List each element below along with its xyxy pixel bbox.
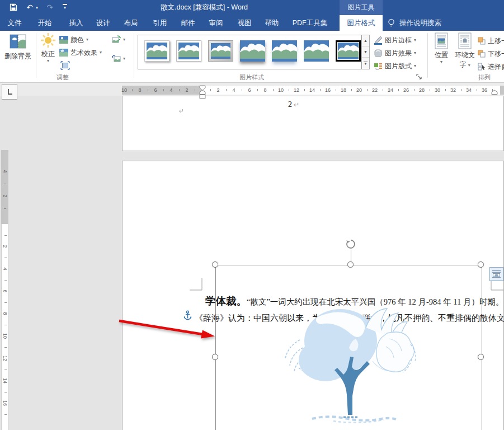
- tab-review[interactable]: 审阅: [206, 15, 226, 31]
- ruler-tick: [257, 89, 258, 91]
- landscape-thumbnail: [338, 43, 359, 59]
- undo-icon[interactable]: ↶: [25, 0, 35, 15]
- tab-mailings[interactable]: 邮件: [178, 15, 198, 31]
- ribbon-tab-bar: 操作说明搜索 文件开始插入设计布局引用邮件审阅视图帮助PDF工具集图片格式: [0, 15, 504, 31]
- ruler-number: 4: [169, 87, 172, 93]
- landscape-thumbnail: [147, 43, 167, 59]
- landscape-thumbnail: [178, 43, 199, 59]
- gallery-more-icon[interactable]: ▼: [362, 58, 369, 69]
- tab-picture-format[interactable]: 图片格式: [340, 15, 383, 31]
- picture-style-black-frame[interactable]: [336, 40, 361, 62]
- picture-layout-label: 图片版式: [385, 62, 412, 71]
- tab-references[interactable]: 引用: [150, 15, 170, 31]
- compress-pictures-button[interactable]: [60, 60, 70, 71]
- selection-pane-button[interactable]: 选择窗格: [478, 62, 504, 72]
- arrange-group-label: 排列: [459, 73, 504, 81]
- picture-style-white-frame[interactable]: [176, 40, 201, 62]
- ruler-tick: [4, 302, 7, 303]
- ruler-number: 8: [263, 87, 266, 93]
- change-picture-button[interactable]: ▾: [112, 35, 125, 45]
- picture-border-label: 图片边框: [385, 36, 412, 45]
- ruler-number: 4: [2, 170, 8, 172]
- page-previous: 2 ↵ ↵: [122, 96, 504, 151]
- tab-stop-selector[interactable]: [2, 84, 17, 100]
- gallery-scroll-down-icon[interactable]: ▼: [362, 46, 369, 58]
- picture-effects-button[interactable]: 图片效果 ▾: [374, 48, 416, 58]
- ruler-tick: [132, 89, 133, 91]
- compress-pictures-icon: [60, 61, 70, 70]
- ruler-number: 6: [248, 87, 251, 93]
- picture-effects-icon: [374, 49, 383, 58]
- picture-border-button[interactable]: 图片边框 ▾: [374, 35, 416, 45]
- picture-styles-group-label: 图片样式: [185, 73, 319, 81]
- ruler-tick: [210, 89, 211, 91]
- picture-styles-dialog-launcher-icon[interactable]: [416, 73, 424, 81]
- ruler-tick: [336, 89, 336, 91]
- tell-me-label: 操作说明搜索: [399, 15, 441, 31]
- tab-home[interactable]: 开始: [35, 15, 55, 31]
- artistic-effects-button[interactable]: 艺术效果 ▾: [59, 48, 102, 58]
- tab-help[interactable]: 帮助: [262, 15, 282, 31]
- selection-handle-top-center[interactable]: [347, 261, 354, 268]
- ruler-tick: [414, 89, 414, 91]
- picture-selection-border[interactable]: [215, 265, 482, 430]
- ruler-number: 10: [2, 333, 8, 339]
- wrap-text-button[interactable]: 环绕文 字 ▾: [453, 32, 477, 69]
- bring-forward-button[interactable]: 上移一层: [478, 36, 504, 46]
- vertical-ruler-margin: 42: [1, 150, 8, 224]
- picture-layout-button[interactable]: 图片版式 ▾: [374, 61, 416, 71]
- send-backward-button[interactable]: 下移一层: [478, 49, 504, 59]
- tell-me-box[interactable]: 操作说明搜索: [385, 15, 441, 31]
- document-title: 散文.docx [兼容模式] - Word: [140, 0, 269, 15]
- selection-handle-top-left[interactable]: [212, 261, 218, 268]
- color-icon: [59, 36, 68, 44]
- document-canvas: 42 246810121416 2 ↵ ↵ 学体裁。“散文”一词大约出现在北宋太…: [0, 96, 504, 430]
- selection-handle-middle-right[interactable]: [478, 354, 484, 360]
- undo-dropdown-icon[interactable]: ▾: [35, 0, 39, 15]
- tab-insert[interactable]: 插入: [66, 15, 86, 31]
- ruler-tick: [4, 235, 7, 236]
- ruler-tick: [4, 325, 7, 325]
- lightbulb-icon: [387, 18, 395, 28]
- layout-options-button[interactable]: [489, 267, 503, 281]
- picture-style-soft-edge[interactable]: [304, 40, 329, 62]
- sun-icon: [40, 32, 56, 48]
- picture-style-drop-shadow[interactable]: [240, 40, 265, 62]
- ruler-tick: [445, 89, 446, 91]
- red-annotation-arrow: [114, 314, 220, 344]
- picture-style-reflection[interactable]: [272, 40, 297, 62]
- title-bar: ↶ ▾ ↷ ▾ 散文.docx [兼容模式] - Word 图片工具: [0, 0, 504, 15]
- remove-background-button[interactable]: 删除背景: [2, 32, 34, 61]
- rotate-handle-icon[interactable]: [345, 239, 356, 250]
- customize-qat-icon[interactable]: ▾: [62, 0, 68, 15]
- chevron-down-icon: ▾: [414, 38, 416, 43]
- tab-view[interactable]: 视图: [234, 15, 255, 31]
- position-button[interactable]: 位置 ▾: [431, 32, 452, 64]
- picture-style-metal-frame[interactable]: [208, 40, 233, 62]
- picture-style-simple-frame-shadow[interactable]: [144, 40, 169, 62]
- selection-handle-top-right[interactable]: [478, 261, 484, 268]
- ruler-number: 32: [450, 87, 456, 93]
- tab-layout[interactable]: 布局: [121, 15, 141, 31]
- selection-handle-middle-left[interactable]: [212, 354, 218, 360]
- ruler-tick: [4, 280, 7, 281]
- gallery-scroll-up-icon[interactable]: ▲: [362, 35, 369, 46]
- ruler-tick: [4, 208, 6, 209]
- position-icon: [434, 32, 449, 49]
- save-icon[interactable]: [8, 0, 19, 15]
- send-backward-icon: [478, 50, 486, 58]
- wrap-text-label-2: 字: [459, 60, 466, 68]
- ruler-tick: [179, 89, 180, 91]
- paragraph-mark: ↵: [294, 101, 299, 109]
- ruler-tick: [4, 392, 7, 392]
- reset-picture-button[interactable]: ▾: [112, 54, 125, 64]
- ruler-number: 10: [278, 87, 284, 93]
- divider: [134, 33, 134, 78]
- tab-design[interactable]: 设计: [93, 15, 113, 31]
- redo-icon[interactable]: ↷: [45, 0, 55, 15]
- color-button[interactable]: 颜色 ▾: [59, 35, 88, 45]
- corrections-button[interactable]: 校正 ▾: [37, 32, 59, 63]
- landscape-thumbnail: [240, 40, 265, 62]
- tab-pdf-tools[interactable]: PDF工具集: [286, 15, 333, 31]
- tab-file[interactable]: 文件: [4, 15, 25, 31]
